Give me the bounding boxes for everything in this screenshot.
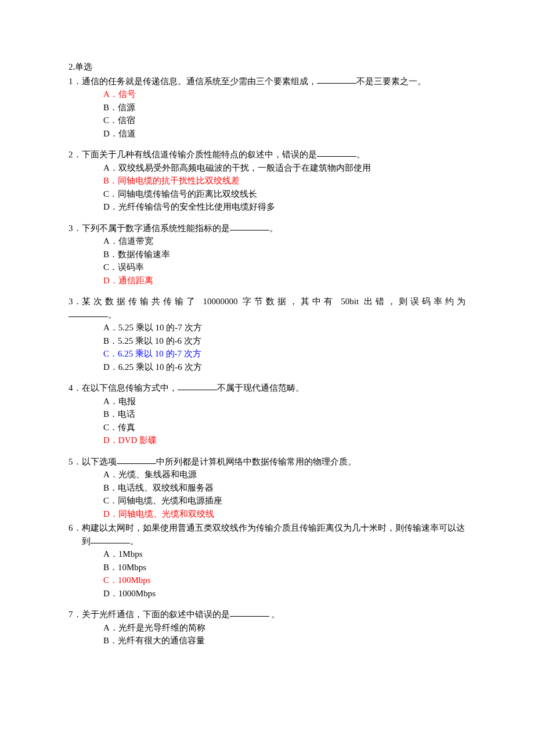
- question-number: 3．: [68, 295, 82, 308]
- question-5: 5． 以下选项中所列都是计算机网络中数据传输常用的物理介质。 A．光缆、集线器和…: [68, 455, 466, 521]
- option-a: A．光纤是光导纤维的简称: [68, 621, 466, 635]
- option-d: D．通信距离: [68, 274, 466, 287]
- option-a: A．信道带宽: [68, 235, 466, 248]
- question-3: 3． 下列不属于数字通信系统性能指标的是。 A．信道带宽 B．数据传输速率 C．…: [68, 222, 466, 287]
- blank: [317, 147, 356, 157]
- option-c: C．6.25 乘以 10 的-7 次方: [68, 347, 466, 361]
- option-d: D．光纤传输信号的安全性比使用电缆好得多: [68, 200, 466, 214]
- question-3b: 3． 某次数据传输共传输了 10000000 字节数据，其中有 50bit 出错…: [68, 295, 466, 373]
- question-stem: 6． 构建以太网时，如果使用普通五类双绞线作为传输介质且传输距离仅为几十米时，则…: [68, 521, 466, 548]
- question-text: 在以下信息传输方式中，不属于现代通信范畴。: [82, 381, 466, 395]
- question-2: 2． 下面关于几种有线信道传输介质性能特点的叙述中，错误的是。 A．双绞线易受外…: [68, 148, 466, 214]
- question-1: 1． 通信的任务就是传递信息。通信系统至少需由三个要素组成，不是三要素之一。 A…: [68, 75, 466, 141]
- option-b: B．10Mbps: [68, 561, 466, 574]
- option-c: C．误码率: [68, 261, 466, 274]
- question-stem: 5． 以下选项中所列都是计算机网络中数据传输常用的物理介质。: [68, 455, 466, 469]
- question-number: 4．: [68, 381, 82, 395]
- section-header: 2.单选: [68, 60, 466, 74]
- option-a: A．电报: [68, 395, 466, 408]
- question-number: 3．: [68, 222, 82, 235]
- option-c: C．同轴电缆、光缆和电源插座: [68, 494, 466, 507]
- option-b: B．光纤有很大的通信容量: [68, 634, 466, 647]
- blank: [230, 221, 269, 231]
- option-d: D．6.25 乘以 10 的-6 次方: [68, 361, 466, 374]
- option-d: D．同轴电缆、光缆和双绞线: [68, 507, 466, 521]
- question-text: 以下选项中所列都是计算机网络中数据传输常用的物理介质。: [82, 455, 466, 469]
- question-text: 下面关于几种有线信道传输介质性能特点的叙述中，错误的是。: [82, 148, 466, 161]
- question-number: 7．: [68, 608, 82, 621]
- question-text: 某次数据传输共传输了 10000000 字节数据，其中有 50bit 出错，则误…: [82, 295, 466, 308]
- option-a: A．双绞线易受外部高频电磁波的干扰，一般适合于在建筑物内部使用: [68, 161, 466, 175]
- question-number: 5．: [68, 455, 82, 469]
- blank: [91, 534, 130, 543]
- option-a: A．信号: [68, 88, 466, 101]
- question-cont: 。: [68, 308, 466, 322]
- question-stem: 7． 关于光纤通信，下面的叙述中错误的是 。: [68, 608, 466, 621]
- option-c: C．100Mbps: [68, 574, 466, 587]
- blank: [68, 308, 108, 317]
- option-b: B．电话: [68, 408, 466, 421]
- question-text: 关于光纤通信，下面的叙述中错误的是 。: [82, 608, 466, 621]
- question-7: 7． 关于光纤通信，下面的叙述中错误的是 。 A．光纤是光导纤维的简称 B．光纤…: [68, 608, 466, 647]
- option-d: D．DVD 影碟: [68, 434, 466, 447]
- question-stem: 4． 在以下信息传输方式中，不属于现代通信范畴。: [68, 381, 466, 395]
- question-text: 构建以太网时，如果使用普通五类双绞线作为传输介质且传输距离仅为几十米时，则传输速…: [82, 521, 466, 548]
- blank: [317, 74, 356, 84]
- blank: [178, 381, 217, 390]
- question-4: 4． 在以下信息传输方式中，不属于现代通信范畴。 A．电报 B．电话 C．传真 …: [68, 381, 466, 447]
- question-number: 2．: [68, 148, 82, 161]
- question-number: 1．: [68, 75, 82, 88]
- option-d: D．1000Mbps: [68, 587, 466, 600]
- question-stem: 3． 某次数据传输共传输了 10000000 字节数据，其中有 50bit 出错…: [68, 295, 466, 308]
- option-c: C．信宿: [68, 114, 466, 127]
- option-b: B．数据传输速率: [68, 248, 466, 261]
- question-number: 6．: [68, 521, 82, 548]
- option-b: B．5.25 乘以 10 的-6 次方: [68, 334, 466, 348]
- option-b: B．电话线、双绞线和服务器: [68, 481, 466, 495]
- question-stem: 3． 下列不属于数字通信系统性能指标的是。: [68, 222, 466, 235]
- option-a: A．光缆、集线器和电源: [68, 468, 466, 481]
- option-a: A．1Mbps: [68, 548, 466, 561]
- question-stem: 2． 下面关于几种有线信道传输介质性能特点的叙述中，错误的是。: [68, 148, 466, 161]
- blank: [117, 455, 156, 464]
- blank: [230, 607, 269, 617]
- option-d: D．信道: [68, 127, 466, 141]
- option-b: B．信源: [68, 101, 466, 114]
- option-c: C．传真: [68, 421, 466, 434]
- question-stem: 1． 通信的任务就是传递信息。通信系统至少需由三个要素组成，不是三要素之一。: [68, 75, 466, 88]
- option-b: B．同轴电缆的抗干扰性比双绞线差: [68, 174, 466, 188]
- question-text: 通信的任务就是传递信息。通信系统至少需由三个要素组成，不是三要素之一。: [82, 75, 466, 88]
- option-a: A．5.25 乘以 10 的-7 次方: [68, 321, 466, 334]
- option-c: C．同轴电缆传输信号的距离比双绞线长: [68, 188, 466, 201]
- question-6: 6． 构建以太网时，如果使用普通五类双绞线作为传输介质且传输距离仅为几十米时，则…: [68, 521, 466, 600]
- question-text: 下列不属于数字通信系统性能指标的是。: [82, 222, 466, 235]
